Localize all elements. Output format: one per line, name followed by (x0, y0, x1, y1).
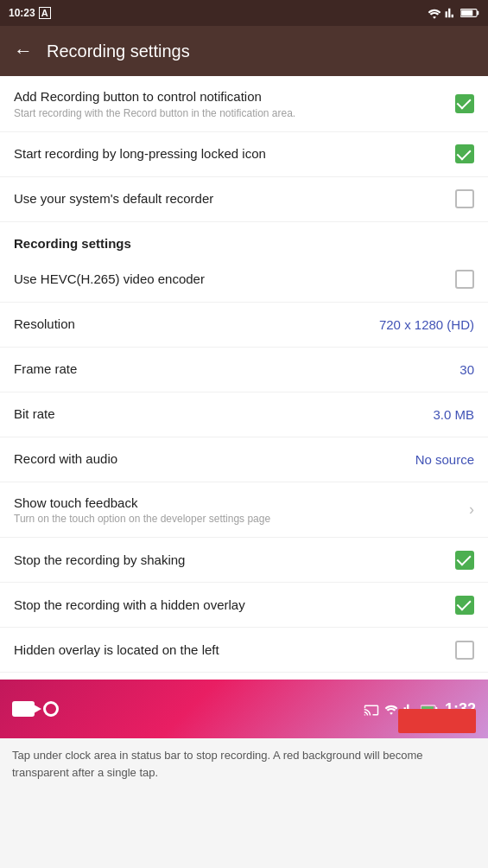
wifi-icon (428, 7, 441, 19)
setting-label-add-recording-button: Add Recording button to control notifica… (14, 88, 455, 105)
rec-setting-row-hidden-overlay-left[interactable]: Hidden overlay is located on the left (0, 628, 488, 673)
camera-icon (12, 701, 35, 717)
setting-row-add-recording-button[interactable]: Add Recording button to control notifica… (0, 76, 488, 132)
status-bar: 10:23 A (0, 0, 488, 26)
rec-setting-row-resolution[interactable]: Resolution720 x 1280 (HD) (0, 303, 488, 348)
cast-icon (364, 702, 379, 716)
rec-label-show-touch-feedback: Show touch feedback (14, 495, 469, 512)
preview-wifi-icon (384, 703, 398, 715)
rec-value-bit-rate: 3.0 MB (433, 407, 474, 422)
setting-row-default-recorder[interactable]: Use your system's default recorder (0, 177, 488, 222)
red-overlay-box (398, 709, 476, 733)
rec-setting-row-stop-by-shaking[interactable]: Stop the recording by shaking (0, 538, 488, 583)
rec-label-bit-rate: Bit rate (14, 405, 426, 423)
top-settings-group: Add Recording button to control notifica… (0, 76, 488, 222)
rec-label-hevc-encoder: Use HEVC(H.265) video encoder (14, 271, 455, 288)
rec-sublabel-show-touch-feedback: Turn on the touch option on the develope… (14, 513, 469, 525)
rec-setting-row-show-touch-feedback[interactable]: Show touch feedbackTurn on the touch opt… (0, 482, 488, 539)
rec-label-stop-by-shaking: Stop the recording by shaking (14, 552, 455, 569)
rec-label-hidden-overlay-left: Hidden overlay is located on the left (14, 641, 455, 659)
status-a-icon: A (39, 7, 51, 19)
toolbar: ← Recording settings (0, 26, 488, 76)
chevron-icon-show-touch-feedback: › (469, 501, 474, 519)
svg-rect-2 (461, 10, 472, 16)
setting-label-long-press-lock: Start recording by long-pressing locked … (14, 145, 455, 163)
rec-value-record-with-audio: No source (415, 452, 474, 467)
preview-area: 1:32 Tap under clock area in status bar … (0, 680, 488, 786)
rec-label-resolution: Resolution (14, 316, 372, 333)
checkbox-default-recorder[interactable] (455, 189, 474, 208)
battery-icon (460, 8, 479, 18)
rec-setting-row-hevc-encoder[interactable]: Use HEVC(H.265) video encoder (0, 258, 488, 303)
rec-label-record-with-audio: Record with audio (14, 450, 409, 468)
rec-setting-row-record-with-audio[interactable]: Record with audioNo source (0, 437, 488, 482)
rec-label-frame-rate: Frame rate (14, 361, 453, 378)
rec-checkbox-stop-by-shaking[interactable] (455, 551, 474, 570)
status-bar-right (428, 7, 479, 19)
rec-label-stop-hidden-overlay: Stop the recording with a hidden overlay (14, 597, 455, 614)
signal-icon (445, 7, 457, 19)
setting-label-default-recorder: Use your system's default recorder (14, 190, 455, 207)
rec-setting-row-bit-rate[interactable]: Bit rate3.0 MB (0, 393, 488, 437)
rec-checkbox-stop-hidden-overlay[interactable] (455, 596, 474, 615)
preview-left (12, 701, 59, 717)
rec-checkbox-hevc-encoder[interactable] (455, 270, 474, 289)
svg-rect-1 (477, 11, 478, 15)
rec-setting-row-stop-hidden-overlay[interactable]: Stop the recording with a hidden overlay (0, 583, 488, 628)
checkbox-long-press-lock[interactable] (455, 144, 474, 163)
preview-statusbar: 1:32 (0, 680, 488, 738)
preview-caption: Tap under clock area in status bar to st… (0, 738, 488, 786)
page-title: Recording settings (47, 41, 190, 61)
setting-sublabel-add-recording-button: Start recording with the Record button i… (14, 107, 455, 119)
settings-content: Add Recording button to control notifica… (0, 76, 488, 680)
setting-row-long-press-lock[interactable]: Start recording by long-pressing locked … (0, 132, 488, 177)
rec-value-resolution: 720 x 1280 (HD) (379, 317, 474, 332)
rec-setting-row-frame-rate[interactable]: Frame rate30 (0, 348, 488, 393)
rec-value-frame-rate: 30 (459, 362, 474, 377)
checkbox-add-recording-button[interactable] (455, 94, 474, 113)
status-bar-left: 10:23 A (9, 7, 51, 19)
recording-settings-group: Use HEVC(H.265) video encoderResolution7… (0, 258, 488, 673)
section-header: Recording settings (0, 222, 488, 258)
back-button[interactable]: ← (14, 40, 33, 62)
rec-checkbox-hidden-overlay-left[interactable] (455, 641, 474, 660)
dot-icon (43, 701, 59, 717)
status-time: 10:23 (9, 7, 35, 19)
